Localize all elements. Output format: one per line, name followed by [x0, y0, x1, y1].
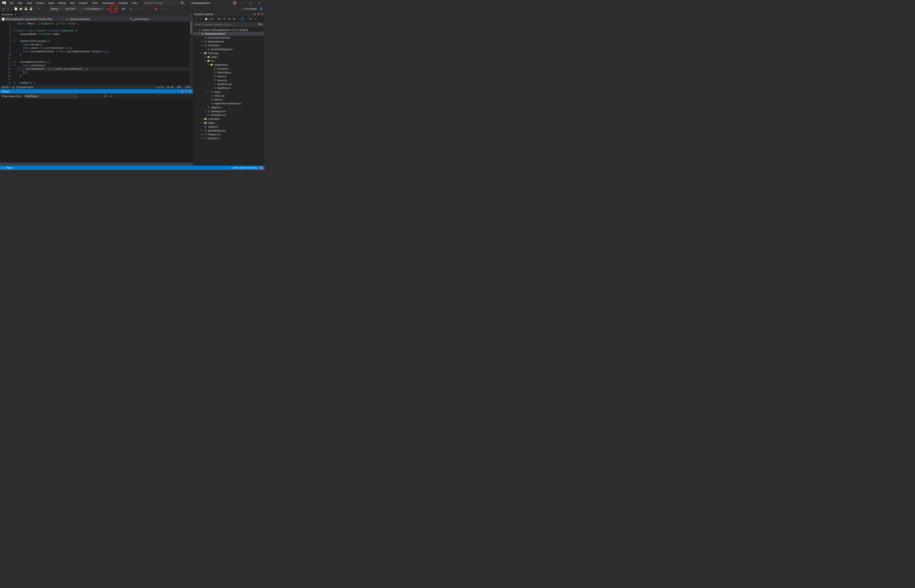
menu-project[interactable]: Project [34, 1, 46, 5]
sol-preview-button[interactable]: ▫↘ [240, 17, 244, 21]
tree-item[interactable]: ▸⚙Dependencies [193, 39, 265, 44]
code-content[interactable]: import React, { Component } from 'react'… [16, 21, 190, 85]
tree-item[interactable]: ▾📁src [193, 59, 265, 63]
nav-fwd-button[interactable]: ► [6, 7, 10, 11]
cursor-line[interactable]: Ln: 14 [157, 86, 163, 89]
tree-item[interactable]: JSLayout.js [193, 78, 265, 82]
menu-test[interactable]: Test [68, 1, 76, 5]
expand-arrow-icon[interactable]: ▸ [201, 137, 203, 139]
minimize-button[interactable]: — [239, 1, 245, 5]
tree-item[interactable]: ▾⬢WebApplication4 [193, 32, 265, 36]
line-ending[interactable]: CRLF [185, 86, 191, 89]
expand-arrow-icon[interactable]: ▸ [201, 133, 203, 135]
fold-gutter[interactable]: ⊟⊟⊟⊟⊟⊟ [13, 21, 16, 85]
screenshot-button[interactable]: 📷 [121, 7, 126, 11]
save-button[interactable]: 💾 [24, 7, 28, 11]
tree-item[interactable]: ▸{}appsettings.json [193, 129, 265, 132]
menu-analyze[interactable]: Analyze [77, 1, 90, 5]
new-item-button[interactable]: 📄 [14, 7, 18, 11]
close-button[interactable]: ✕ [256, 1, 262, 5]
tree-item[interactable]: #NavMenu.css [193, 82, 265, 86]
menu-help[interactable]: Help [130, 1, 139, 5]
panel-dropdown-icon[interactable]: ▾ [254, 13, 256, 16]
tree-item[interactable]: ▾⧉Solution 'WebApplication4' (1 of 1 pro… [193, 28, 265, 32]
output-source-dropdown[interactable]: IntelliSense [24, 94, 78, 99]
sol-home-button[interactable]: 🏠 [204, 17, 208, 21]
redo-button[interactable]: ↷ [41, 7, 46, 11]
expand-arrow-icon[interactable]: ▸ [201, 129, 203, 131]
solution-tree[interactable]: ▾⧉Solution 'WebApplication4' (1 of 1 pro… [193, 27, 265, 166]
tree-item[interactable]: ▾📁ClientApp [193, 51, 265, 55]
expand-arrow-icon[interactable]: ▸ [201, 118, 203, 120]
source-control-button[interactable]: Add to Source Control ▴ [233, 166, 257, 169]
expand-arrow-icon[interactable]: ▸ [204, 56, 206, 58]
tree-item[interactable]: {}.gitignore [193, 105, 265, 109]
expand-arrow-icon[interactable]: ▾ [201, 52, 203, 54]
browser-link-button[interactable]: ⟳ [106, 7, 110, 11]
output-panel-header[interactable]: Output ▾ 📌 ✕ [0, 89, 193, 94]
sol-preview2-button[interactable]: ▭ [253, 17, 257, 21]
tab-button[interactable]: ▭ [129, 7, 133, 11]
menu-debug[interactable]: Debug [57, 1, 68, 5]
close-tab-icon[interactable]: ✕ [18, 13, 19, 16]
platform-dropdown[interactable]: Any CPU [63, 6, 82, 11]
expand-arrow-icon[interactable]: ▸ [207, 91, 209, 93]
tree-item[interactable]: ▸JSApp.js [193, 90, 265, 94]
issues-label[interactable]: No issues found [16, 86, 33, 89]
expand-arrow-icon[interactable]: ▸ [201, 40, 203, 42]
sol-back-button[interactable]: ◄ [194, 17, 198, 21]
sol-fwd-button[interactable]: ► [199, 17, 203, 21]
output-pin-icon[interactable]: 📌 [184, 90, 188, 93]
tree-item[interactable]: ▸{}package.json [193, 109, 265, 113]
indent-button[interactable]: ⇥ [147, 7, 151, 11]
tree-item[interactable]: JSFetchData.js [193, 71, 265, 74]
tab-overflow-button[interactable]: ▾ [190, 13, 193, 16]
undo-button[interactable]: ↶ [36, 7, 40, 11]
scroll-thumb[interactable] [190, 22, 192, 34]
menu-build[interactable]: Build [47, 1, 56, 5]
nav-member-dropdown[interactable]: ◈ incrementCounter [65, 17, 129, 21]
expand-arrow-icon[interactable]: ▾ [207, 64, 209, 66]
cursor-char[interactable]: Ch: 48 [167, 86, 173, 89]
nav-scope-dropdown[interactable]: 📄 WebApplication4 JavaScript Content Fil… [0, 17, 65, 21]
sol-sync-button[interactable]: ⇆ [222, 17, 226, 21]
sol-refresh-button[interactable]: ⟳▾ [217, 17, 221, 21]
tree-item[interactable]: JSindex.js [193, 97, 265, 102]
open-button[interactable]: 📂 [19, 7, 23, 11]
output-horizontal-scrollbar[interactable] [0, 163, 193, 166]
panel-close-icon[interactable]: ✕ [261, 13, 263, 16]
save-all-button[interactable]: 💾 [29, 7, 33, 11]
output-mark2-button[interactable]: ≡ [89, 94, 93, 99]
tree-item[interactable]: M↓README.md [193, 113, 265, 117]
pin-icon[interactable]: 📌 [14, 13, 16, 16]
tab2-button[interactable]: ▭ [134, 7, 138, 11]
expand-arrow-icon[interactable]: ▸ [204, 110, 206, 112]
output-mark3-button[interactable]: ≡ [94, 94, 99, 99]
sol-properties-button[interactable]: 🔧 [248, 17, 252, 21]
vertical-scrollbar[interactable] [190, 21, 193, 85]
menu-file[interactable]: File [8, 1, 16, 5]
manage-accounts-button[interactable]: 👤 [259, 7, 263, 11]
tree-item[interactable]: ▸C#Startup.cs [193, 136, 265, 140]
menu-extensions[interactable]: Extensions [100, 1, 116, 5]
tree-item[interactable]: ⚙Connected Services [193, 36, 265, 39]
output-wrap-button[interactable]: ↲ [109, 94, 113, 99]
prev-bookmark-button[interactable]: ◄ [159, 7, 163, 11]
tree-item[interactable]: ▸📁Pages [193, 121, 265, 124]
doc-tab-counter-js[interactable]: Counter.js 📌 ✕ [0, 12, 21, 17]
outdent-button[interactable]: ⇤ [142, 7, 146, 11]
user-avatar[interactable] [233, 1, 237, 5]
tree-item[interactable]: JSregisterServiceWorker.js [193, 102, 265, 105]
expand-arrow-icon[interactable]: ▸ [201, 122, 203, 124]
tree-item[interactable]: ▸C#Program.cs [193, 132, 265, 136]
next-bookmark-button[interactable]: ► [164, 7, 168, 11]
output-dropdown-icon[interactable]: ▾ [182, 90, 183, 93]
tree-item[interactable]: ▸📁Controllers [193, 117, 265, 121]
code-editor[interactable]: 1234567891011121314151617181920212223242… [0, 21, 193, 85]
tree-item[interactable]: JSNavMenu.js [193, 86, 265, 90]
zoom-dropdown[interactable]: 100 % ▾ [2, 86, 10, 89]
nav-back-button[interactable]: ◄ [1, 7, 5, 11]
menu-edit[interactable]: Edit [16, 1, 24, 5]
indent-mode[interactable]: SPC [177, 86, 182, 89]
sol-collapse-button[interactable]: ⊟ [227, 17, 231, 21]
